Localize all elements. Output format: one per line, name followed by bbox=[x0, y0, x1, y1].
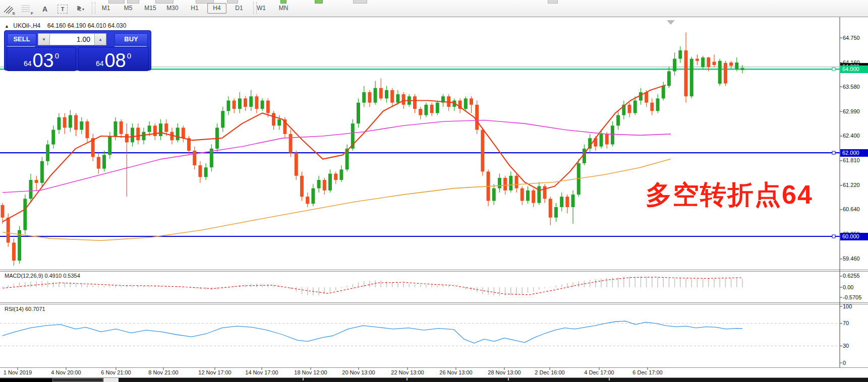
candle-body bbox=[295, 153, 298, 176]
candle-body bbox=[328, 174, 332, 190]
candle-body bbox=[475, 105, 479, 130]
volume-decrease-button[interactable]: ▼ bbox=[38, 33, 50, 45]
chart-text-annotation[interactable]: 多空转折点64 bbox=[646, 177, 813, 213]
candle-body bbox=[684, 50, 688, 96]
trade-controls-row: SELL ▼ 1.00 ▲ BUY bbox=[5, 33, 151, 46]
taskbar-segment bbox=[52, 378, 103, 382]
price-axis-label: 63.580 bbox=[843, 84, 860, 90]
candle-body bbox=[334, 174, 337, 180]
candle-body bbox=[272, 113, 275, 125]
candle-body bbox=[656, 98, 660, 111]
price-axis-label: 59.460 bbox=[843, 256, 860, 262]
candle-body bbox=[729, 62, 733, 66]
time-axis-label: 6 Dec 17:00 bbox=[632, 369, 662, 375]
candle-body bbox=[424, 105, 428, 115]
time-axis-label: 6 Nov 21:00 bbox=[101, 369, 131, 375]
time-axis-label: 4 Dec 17:00 bbox=[584, 369, 614, 375]
time-axis-label: 28 Nov 13:00 bbox=[488, 369, 520, 375]
candle-body bbox=[12, 242, 16, 261]
candle-body bbox=[80, 121, 83, 130]
candle-body bbox=[707, 57, 710, 67]
candle-body bbox=[357, 103, 360, 123]
candle-body bbox=[176, 128, 180, 140]
volume-stepper: ▼ 1.00 ▲ bbox=[38, 33, 106, 45]
time-axis-label: 2 Dec 16:00 bbox=[535, 369, 564, 375]
macd-axis-label: 0.6255 bbox=[843, 273, 860, 279]
candle-body bbox=[204, 167, 208, 177]
candle-body bbox=[108, 136, 111, 155]
candle-body bbox=[571, 195, 575, 207]
candle-body bbox=[233, 100, 236, 109]
sell-button[interactable]: SELL bbox=[7, 33, 36, 45]
candle-body bbox=[481, 130, 484, 172]
candle-body bbox=[226, 100, 230, 111]
sell-price-display[interactable]: 64030 bbox=[7, 47, 76, 71]
candle-body bbox=[724, 63, 727, 84]
price-axis-label: 61.810 bbox=[843, 157, 860, 164]
candle-body bbox=[645, 92, 648, 103]
line-handle[interactable] bbox=[832, 235, 835, 238]
candle-body bbox=[650, 103, 654, 111]
candle-body bbox=[718, 61, 722, 84]
time-axis-label: 1 Nov 2019 bbox=[4, 369, 32, 375]
macd-axis-label: -0.5705 bbox=[843, 294, 861, 301]
candle-body bbox=[339, 169, 343, 180]
candle-body bbox=[244, 98, 247, 107]
time-axis-label: 18 Nov 12:00 bbox=[294, 369, 327, 375]
candle-body bbox=[701, 57, 705, 67]
candle-body bbox=[390, 90, 394, 103]
time-axis-label: 12 Nov 17:00 bbox=[198, 369, 231, 375]
candle-body bbox=[266, 100, 270, 113]
buy-button[interactable]: BUY bbox=[114, 33, 148, 45]
time-axis-label: 4 Nov 20:00 bbox=[51, 369, 81, 375]
candle-body bbox=[735, 62, 738, 69]
candle-body bbox=[470, 98, 473, 104]
candle-body bbox=[153, 125, 157, 136]
line-handle[interactable] bbox=[832, 151, 835, 154]
candle-body bbox=[464, 98, 468, 109]
candle-body bbox=[23, 199, 27, 230]
collapse-panel-icon[interactable]: ▲ bbox=[5, 24, 9, 29]
candle-body bbox=[537, 186, 541, 203]
candle-body bbox=[69, 115, 72, 128]
candle-body bbox=[125, 134, 129, 143]
candle-body bbox=[306, 197, 309, 204]
price-axis-label: 62.990 bbox=[843, 108, 860, 115]
candle-body bbox=[57, 117, 61, 130]
candle-body bbox=[385, 90, 388, 99]
candle-body bbox=[249, 96, 253, 107]
time-axis-label: 14 Nov 17:00 bbox=[245, 369, 278, 375]
price-axis-label: 64.750 bbox=[843, 35, 860, 41]
buy-price-small: 64 bbox=[96, 59, 104, 68]
rsi-axis-label: 70 bbox=[843, 320, 849, 327]
candle-body bbox=[289, 134, 293, 153]
ohlc-values: 64.160 64.190 64.010 64.030 bbox=[47, 22, 127, 29]
volume-increase-button[interactable]: ▲ bbox=[94, 33, 106, 45]
price-axis-label: 61.220 bbox=[843, 182, 860, 188]
time-axis-label: 20 Nov 13:00 bbox=[342, 369, 375, 375]
time-axis-label: 22 Nov 13:00 bbox=[391, 369, 424, 375]
one-click-trading-panel: SELL ▼ 1.00 ▲ BUY 64030 64080 bbox=[4, 30, 151, 71]
candle-body bbox=[526, 190, 530, 201]
chart-title: ▲ UKOil-,H4 64.160 64.190 64.010 64.030 bbox=[5, 22, 126, 29]
time-axis-label: 26 Nov 13:00 bbox=[439, 369, 472, 375]
candle-body bbox=[402, 94, 406, 105]
candle-body bbox=[492, 188, 496, 201]
candle-body bbox=[509, 176, 512, 190]
macd-indicator-label: MACD(12,26,9) 0.4910 0.5354 bbox=[5, 273, 80, 279]
candle-body bbox=[323, 180, 326, 190]
buy-price-display[interactable]: 64080 bbox=[78, 47, 149, 71]
candle-body bbox=[40, 161, 44, 183]
candle-body bbox=[503, 178, 507, 190]
candle-body bbox=[221, 111, 224, 128]
chart-shift-marker[interactable] bbox=[667, 20, 675, 25]
candle-body bbox=[374, 88, 377, 103]
candle-body bbox=[532, 190, 535, 203]
candle-body bbox=[616, 115, 620, 126]
volume-input[interactable]: 1.00 bbox=[50, 33, 94, 45]
candle-body bbox=[600, 134, 603, 147]
line-handle[interactable] bbox=[832, 68, 835, 71]
candle-body bbox=[611, 125, 614, 144]
clipped-taskbar-strip bbox=[0, 378, 868, 382]
candle-body bbox=[63, 117, 67, 128]
